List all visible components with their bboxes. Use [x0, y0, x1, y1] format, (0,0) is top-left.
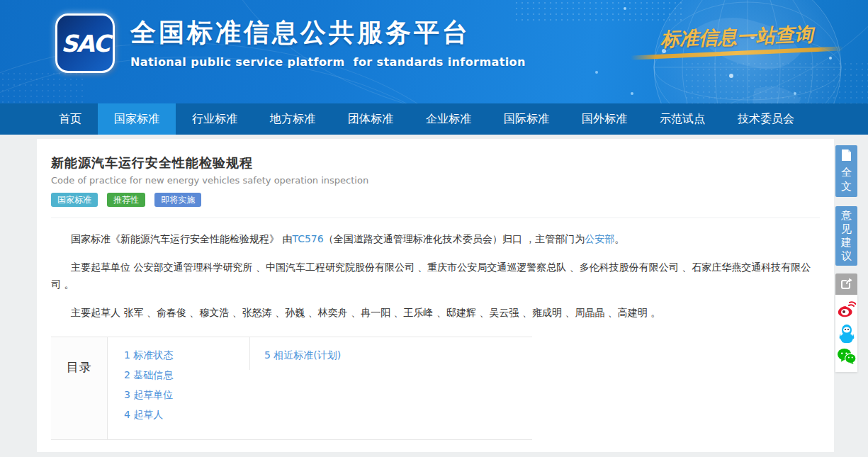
nav-item-pilot-demo[interactable]: 示范试点 [643, 103, 721, 135]
nav-item-home[interactable]: 首页 [43, 103, 98, 135]
fulltext-button[interactable]: 全文 [835, 145, 857, 197]
toc-label: 目录 [51, 337, 108, 439]
toc-link-basic-info[interactable]: 2 基础信息 [124, 365, 249, 385]
ministry-link[interactable]: 公安部 [585, 233, 614, 244]
overview-text: （全国道路交通管理标准化技术委员会）归口 ，主管部门为 [324, 233, 585, 244]
nav-item-national-standards[interactable]: 国家标准 [98, 103, 176, 135]
nav-item-foreign-standards[interactable]: 国外标准 [565, 103, 643, 135]
nav-item-enterprise-standards[interactable]: 企业标准 [410, 103, 487, 135]
overview-text: 国家标准《新能源汽车运行安全性能检验规程》 由 [71, 233, 292, 244]
divider [51, 218, 820, 218]
banner-dot-pattern [0, 71, 85, 103]
toc-link-drafting-units[interactable]: 3 起草单位 [124, 385, 249, 405]
main-nav: 首页 国家标准 行业标准 地方标准 团体标准 企业标准 国际标准 国外标准 示范… [0, 103, 868, 135]
badge-recommended: 推荐性 [107, 193, 145, 207]
nav-item-industry-standards[interactable]: 行业标准 [176, 103, 254, 135]
sac-logo[interactable]: SAC [55, 13, 115, 73]
floating-toolbar: 全文 意见建议 [835, 145, 857, 372]
site-banner: SAC 全国标准信息公共服务平台 National public service… [0, 0, 868, 103]
site-title-english: National public service platform for sta… [130, 55, 526, 69]
social-share-panel [835, 295, 857, 372]
toc-link-similar-standards[interactable]: 5 相近标准(计划) [264, 345, 341, 365]
wechat-share-button[interactable] [838, 347, 856, 366]
nav-item-group-standards[interactable]: 团体标准 [332, 103, 410, 135]
overview-text: 。 [614, 233, 624, 244]
qq-icon [838, 324, 855, 343]
feedback-button[interactable]: 意见建议 [835, 206, 857, 266]
paragraph-drafters: 主要起草人 张军 、俞春俊 、穆文浩 、张怒涛 、孙巍 、林奕舟 、冉一阳 、王… [51, 304, 820, 321]
paragraph-drafting-units: 主要起草单位 公安部交通管理科学研究所 、中国汽车工程研究院股份有限公司 、重庆… [51, 259, 820, 293]
document-icon [841, 149, 852, 162]
paragraph-overview: 国家标准《新能源汽车运行安全性能检验规程》 由TC576（全国道路交通管理标准化… [51, 230, 820, 247]
tc576-link[interactable]: TC576 [292, 233, 323, 244]
banner-sparkle-dots [624, 7, 626, 10]
standard-title: 新能源汽车运行安全性能检验规程 [51, 154, 820, 171]
toc-link-drafters[interactable]: 4 起草人 [124, 405, 249, 424]
share-icon [840, 277, 853, 290]
nav-item-international-standards[interactable]: 国际标准 [487, 103, 565, 135]
fulltext-label: 全文 [841, 165, 852, 193]
nav-item-local-standards[interactable]: 地方标准 [254, 103, 332, 135]
toc-link-standard-status[interactable]: 1 标准状态 [124, 345, 249, 365]
share-button[interactable] [835, 273, 857, 295]
weibo-share-button[interactable] [838, 300, 856, 319]
feedback-label: 意见建议 [841, 209, 852, 263]
table-of-contents: 目录 1 标准状态 2 基础信息 3 起草单位 4 起草人 5 相近标准(计划) [51, 337, 532, 440]
site-title: 全国标准信息公共服务平台 [130, 16, 526, 50]
wechat-icon [838, 348, 856, 365]
weibo-icon [838, 301, 856, 318]
qq-share-button[interactable] [838, 324, 856, 342]
badge-national-standard: 国家标准 [51, 193, 98, 207]
nav-item-technical-committee[interactable]: 技术委员会 [721, 103, 811, 135]
standard-detail-card: 新能源汽车运行安全性能检验规程 Code of practice for new… [37, 139, 834, 452]
standard-title-english: Code of practice for new energy vehicles… [51, 175, 820, 186]
badge-upcoming-implementation: 即将实施 [154, 193, 201, 207]
